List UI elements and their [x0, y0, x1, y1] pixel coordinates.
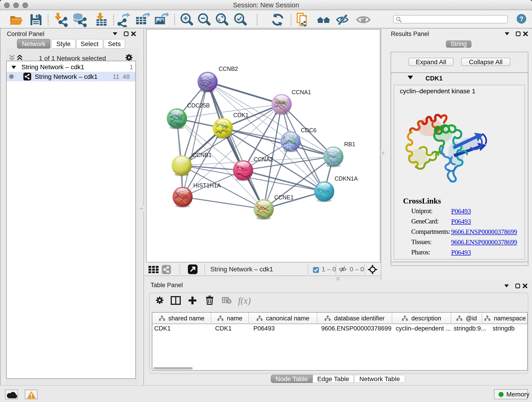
svg-text:CDC25B: CDC25B [187, 102, 210, 109]
svg-text:?: ? [519, 15, 524, 22]
svg-text:CCNB2: CCNB2 [219, 65, 238, 72]
svg-text:CDC6: CDC6 [301, 127, 317, 133]
svg-text:HIST1H1A: HIST1H1A [193, 182, 221, 189]
svg-text:CCNE1: CCNE1 [274, 194, 294, 201]
svg-text:RB1: RB1 [344, 141, 355, 147]
svg-text:CDK1: CDK1 [233, 112, 249, 118]
svg-text:CCNA2: CCNA2 [254, 156, 273, 162]
svg-text:CDKN1A: CDKN1A [335, 175, 358, 182]
svg-text:CCNA1: CCNA1 [292, 89, 311, 95]
svg-text:CCNB1: CCNB1 [192, 152, 212, 158]
